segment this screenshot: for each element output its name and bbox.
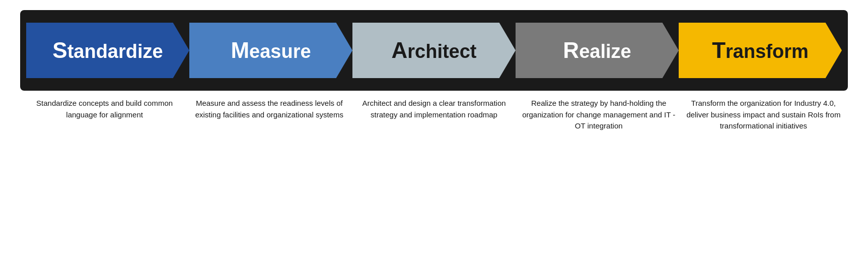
chevron-wrapper-realize: Realize — [516, 16, 679, 85]
chevron-wrapper-standardize: Standardize — [26, 16, 189, 85]
desc-col-transform: Transform the organization for Industry … — [681, 98, 846, 132]
chevron-label-transform: Transform — [712, 38, 809, 63]
desc-col-standardize: Standardize concepts and build common la… — [22, 98, 187, 132]
chevron-wrapper-transform: Transform — [679, 16, 842, 85]
desc-col-realize: Realize the strategy by hand-holding the… — [517, 98, 681, 132]
chevron-transform: Transform — [679, 23, 842, 78]
desc-col-architect: Architect and design a clear transformat… — [351, 98, 516, 132]
chevron-label-measure: Measure — [231, 38, 311, 63]
descriptions-row: Standardize concepts and build common la… — [20, 98, 848, 132]
chevron-realize: Realize — [516, 23, 679, 78]
chevron-wrapper-architect: Architect — [352, 16, 516, 85]
chevron-wrapper-measure: Measure — [189, 16, 352, 85]
chevron-architect: Architect — [352, 23, 516, 78]
chevron-label-architect: Architect — [391, 38, 476, 63]
chevron-row: StandardizeMeasureArchitectRealizeTransf… — [20, 10, 848, 91]
chevron-standardize: Standardize — [26, 23, 189, 78]
chevron-measure: Measure — [189, 23, 352, 78]
chevron-label-realize: Realize — [563, 38, 631, 63]
desc-col-measure: Measure and assess the readiness levels … — [187, 98, 351, 132]
chevron-label-standardize: Standardize — [52, 38, 163, 63]
